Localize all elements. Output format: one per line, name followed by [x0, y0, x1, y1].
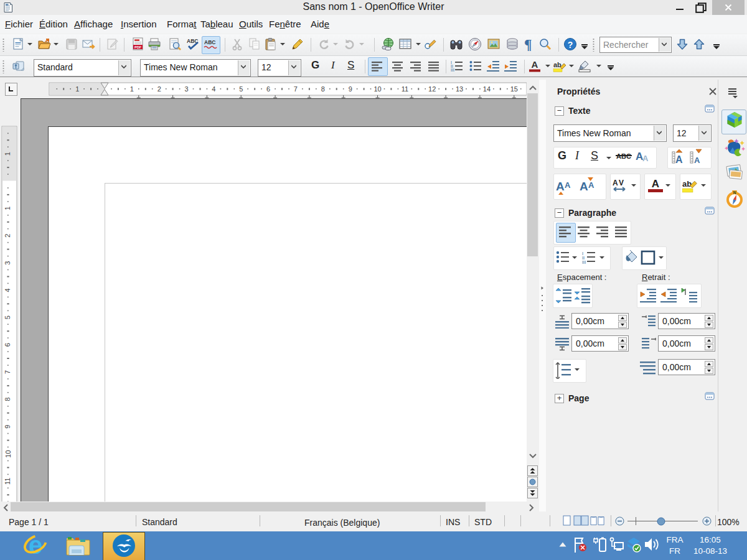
svg-text:A: A: [565, 180, 571, 190]
svg-text:e: e: [29, 533, 42, 559]
svg-text:1: 1: [4, 152, 12, 156]
svg-text:12: 12: [428, 85, 436, 93]
svg-text:A: A: [556, 180, 565, 193]
svg-text:1: 1: [4, 207, 12, 210]
svg-text:¶: ¶: [524, 37, 532, 51]
svg-text:7: 7: [294, 85, 298, 93]
svg-text:8: 8: [4, 398, 12, 401]
svg-text:14: 14: [483, 85, 491, 93]
svg-text:A: A: [532, 59, 538, 70]
svg-text:A: A: [580, 180, 588, 193]
svg-text:3: 3: [185, 85, 189, 93]
svg-text:A: A: [642, 154, 649, 163]
svg-text:5: 5: [4, 315, 12, 319]
svg-text:A: A: [675, 154, 683, 165]
svg-text:?: ?: [568, 40, 573, 50]
svg-text:ABC: ABC: [204, 39, 215, 45]
svg-text:A: A: [652, 178, 659, 190]
svg-text:13: 13: [456, 85, 463, 93]
svg-text:PDF: PDF: [134, 45, 142, 49]
svg-text:4: 4: [212, 85, 215, 93]
svg-text:7: 7: [4, 370, 12, 374]
svg-text:N: N: [733, 190, 736, 195]
svg-text:2: 2: [4, 234, 12, 238]
svg-text:1: 1: [130, 85, 134, 93]
svg-text:III: III: [582, 259, 586, 264]
svg-text:10: 10: [374, 85, 381, 93]
svg-text:1: 1: [75, 85, 79, 93]
svg-text:V: V: [619, 179, 624, 187]
svg-text:9: 9: [4, 425, 12, 429]
svg-text:6: 6: [266, 85, 270, 93]
svg-text:A: A: [588, 180, 594, 190]
svg-text:4: 4: [4, 288, 12, 292]
svg-text:11: 11: [402, 85, 408, 93]
svg-text:11: 11: [4, 478, 12, 485]
svg-text:10: 10: [4, 450, 12, 457]
svg-text:6: 6: [4, 343, 12, 347]
svg-text:15: 15: [510, 85, 518, 93]
svg-text:9: 9: [349, 85, 352, 93]
svg-text:2: 2: [157, 85, 161, 93]
svg-text:3: 3: [4, 261, 12, 265]
svg-text:8: 8: [321, 85, 325, 93]
svg-text:A: A: [613, 179, 618, 187]
svg-text:5: 5: [239, 85, 243, 93]
svg-text:III: III: [451, 68, 454, 72]
svg-text:ab: ab: [682, 179, 692, 189]
svg-text:A: A: [694, 156, 700, 165]
